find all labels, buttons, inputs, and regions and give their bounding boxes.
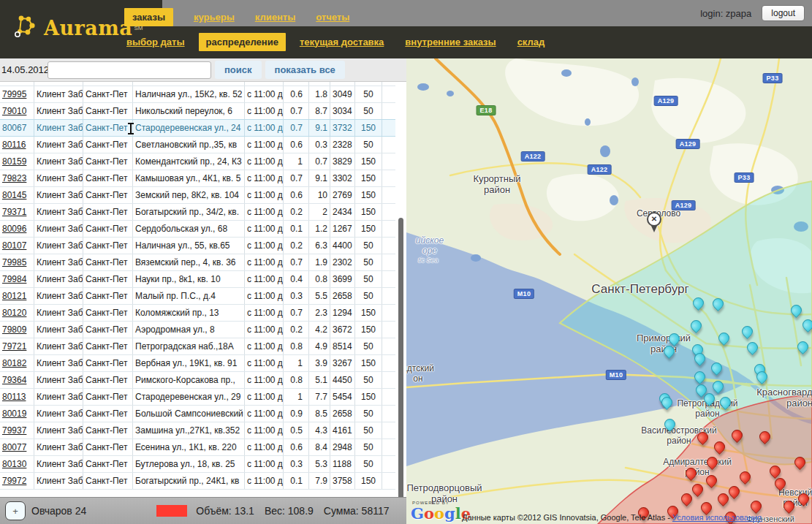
order-id-link[interactable]: 80067 <box>0 120 34 136</box>
total-weight: Вес: 108.9 <box>265 505 314 517</box>
subtab-распределение[interactable]: распределение <box>199 33 286 51</box>
order-id-link[interactable]: 79364 <box>0 372 34 388</box>
add-courier-button[interactable]: + <box>5 501 26 520</box>
time-cell: с 11:00 д <box>245 305 284 321</box>
tab-курьеры[interactable]: курьеры <box>194 12 235 23</box>
subtab-выбор-даты[interactable]: выбор даты <box>126 37 185 48</box>
show-all-button[interactable]: показать все <box>265 61 345 79</box>
sum-cell: 3699 <box>330 271 355 287</box>
table-row[interactable]: 79972Клиент ЗабСанкт-ПетБогатырский пр.,… <box>0 473 395 490</box>
order-id-link[interactable]: 80130 <box>0 456 34 472</box>
fee-cell: 50 <box>355 103 382 119</box>
order-id-link[interactable]: 80145 <box>0 187 34 203</box>
table-row[interactable]: 80121Клиент ЗабСанкт-ПетМалый пр. П.С., … <box>0 288 395 305</box>
map-label: Адмиралтейский район <box>663 457 732 478</box>
table-row[interactable]: 80067Клиент ЗабСанкт-ПетСтародеревенская… <box>0 119 395 137</box>
city-cell: Санкт-Пет <box>83 338 133 354</box>
address-cell: Аэродромная ул., 8 <box>133 322 245 338</box>
subtab-склад[interactable]: склад <box>517 37 545 48</box>
table-row[interactable]: 79809Клиент ЗабСанкт-ПетАэродромная ул.,… <box>0 322 395 338</box>
table-row[interactable]: 80116Клиент ЗабСанкт-ПетСветлановский пр… <box>0 137 395 153</box>
order-id-link[interactable]: 79371 <box>0 204 34 220</box>
address-cell: Сердобольская ул., 68 <box>133 221 245 237</box>
search-input[interactable] <box>48 61 211 79</box>
order-id-link[interactable]: 80077 <box>0 439 34 455</box>
client-cell: Клиент Заб <box>34 422 83 438</box>
table-scrollbar-thumb[interactable] <box>398 218 403 520</box>
table-row[interactable]: 79937Клиент ЗабСанкт-ПетЗамшина ул.,27К1… <box>0 422 395 439</box>
empty-cell <box>382 372 395 388</box>
table-row[interactable]: 80096Клиент ЗабСанкт-ПетСердобольская ул… <box>0 221 395 238</box>
table-row[interactable]: 79984Клиент ЗабСанкт-ПетНауки пр., 8к1, … <box>0 271 395 288</box>
order-id-link[interactable]: 80107 <box>0 238 34 254</box>
address-cell: Вяземский пер., 4, кв. 36 <box>133 254 245 270</box>
city-cell: Санкт-Пет <box>83 204 133 220</box>
order-id-link[interactable]: 80019 <box>0 406 34 422</box>
order-id-link[interactable]: 79985 <box>0 254 34 270</box>
tab-заказы[interactable]: заказы <box>124 8 173 26</box>
order-id-link[interactable]: 79809 <box>0 322 34 338</box>
order-id-link[interactable]: 79823 <box>0 170 34 186</box>
fee-cell: 50 <box>355 439 382 455</box>
client-cell: Клиент Заб <box>34 355 83 371</box>
time-cell: с 11:00 д <box>245 322 284 338</box>
time-cell: с 11:00 д <box>245 271 284 287</box>
order-id-link[interactable]: 79984 <box>0 271 34 287</box>
table-row[interactable]: 80182Клиент ЗабСанкт-ПетВербная ул., 19К… <box>0 355 395 372</box>
search-button[interactable]: поиск <box>215 61 262 79</box>
order-id-link[interactable]: 79010 <box>0 103 34 119</box>
table-row[interactable]: 79364Клиент ЗабСанкт-ПетРимского-Корсако… <box>0 372 395 389</box>
sum-cell: 1294 <box>330 305 355 321</box>
terms-of-use-link[interactable]: Условия использования <box>672 513 762 522</box>
map-panel[interactable]: Курортный районСертоловоСанкт-ПетербургП… <box>406 58 812 524</box>
road-badge-Р33: Р33 <box>763 73 783 83</box>
fee-cell: 50 <box>355 86 382 102</box>
order-id-link[interactable]: 80096 <box>0 221 34 237</box>
logout-button[interactable]: logout <box>762 5 805 21</box>
sum-cell: 3267 <box>330 355 355 371</box>
order-id-link[interactable]: 79995 <box>0 86 34 102</box>
order-id-link[interactable]: 79972 <box>0 473 34 489</box>
order-id-link[interactable]: 80120 <box>0 305 34 321</box>
fee-cell: 50 <box>355 288 382 304</box>
table-row[interactable]: 80130Клиент ЗабСанкт-ПетБутлерова ул., 1… <box>0 456 395 473</box>
order-id-link[interactable]: 79721 <box>0 338 34 354</box>
table-row[interactable]: 80159Клиент ЗабСанкт-ПетКомендантский пр… <box>0 153 395 170</box>
table-row[interactable]: 80107Клиент ЗабСанкт-ПетНаличная ул., 55… <box>0 238 395 254</box>
table-row[interactable]: 79721Клиент ЗабСанкт-ПетПетроградская на… <box>0 338 395 355</box>
table-row[interactable]: 80019Клиент ЗабСанкт-ПетБольшой Сампсони… <box>0 406 395 422</box>
tab-клиенты[interactable]: клиенты <box>255 12 295 23</box>
sum-cell: 2328 <box>330 137 355 153</box>
orders-table: 79995Клиент ЗабСанкт-ПетНаличная ул., 15… <box>0 82 395 497</box>
empty-cell <box>382 439 395 455</box>
time-cell: с 11:00 д <box>245 137 284 153</box>
address-cell: Малый пр. П.С., д.4 <box>133 288 245 304</box>
table-row[interactable]: 79371Клиент ЗабСанкт-ПетБогатырский пр.,… <box>0 204 395 221</box>
empty-cell <box>382 305 395 321</box>
login-label: login: zpapa <box>700 8 751 19</box>
table-row[interactable]: 79823Клиент ЗабСанкт-ПетКамышовая ул., 4… <box>0 170 395 187</box>
order-id-link[interactable]: 80121 <box>0 288 34 304</box>
order-id-link[interactable]: 80116 <box>0 137 34 153</box>
sum-cell: 3732 <box>330 120 355 136</box>
tab-отчеты[interactable]: отчеты <box>316 12 349 23</box>
table-row[interactable]: 79985Клиент ЗабСанкт-ПетВяземский пер., … <box>0 254 395 271</box>
address-cell: Наличная ул., 55, кв.65 <box>133 238 245 254</box>
fee-cell: 50 <box>355 238 382 254</box>
table-row[interactable]: 80113Клиент ЗабСанкт-ПетСтародеревенская… <box>0 389 395 406</box>
order-id-link[interactable]: 79937 <box>0 422 34 438</box>
depot-marker[interactable]: ✕ <box>647 212 661 227</box>
city-cell: Санкт-Пет <box>83 137 133 153</box>
table-row[interactable]: 80120Клиент ЗабСанкт-ПетКоломяжский пр.,… <box>0 305 395 322</box>
subtab-внутренние-заказы[interactable]: внутренние заказы <box>405 37 496 48</box>
road-badge-Р33: Р33 <box>735 172 754 183</box>
order-id-link[interactable]: 80159 <box>0 153 34 170</box>
table-row[interactable]: 79995Клиент ЗабСанкт-ПетНаличная ул., 15… <box>0 86 395 103</box>
table-row[interactable]: 80077Клиент ЗабСанкт-ПетЕсенина ул., 1К1… <box>0 439 395 456</box>
order-id-link[interactable]: 80182 <box>0 355 34 371</box>
weight-cell: 1.2 <box>309 221 330 237</box>
table-row[interactable]: 80145Клиент ЗабСанкт-ПетЗемский пер, 8К2… <box>0 187 395 204</box>
order-id-link[interactable]: 80113 <box>0 389 34 405</box>
table-row[interactable]: 79010Клиент ЗабСанкт-ПетНикольский переу… <box>0 103 395 120</box>
subtab-текущая-доставка[interactable]: текущая доставка <box>300 37 384 48</box>
